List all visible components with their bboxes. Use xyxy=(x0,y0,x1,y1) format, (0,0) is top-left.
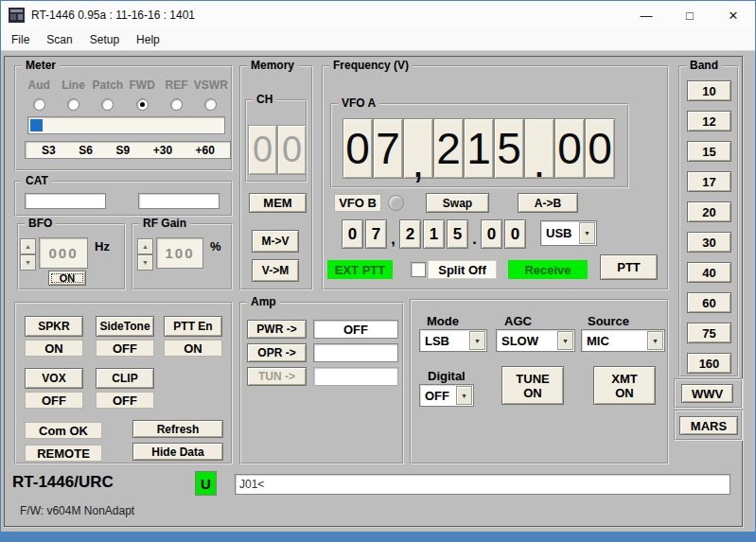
ptt-en-state: ON xyxy=(164,340,222,357)
menu-scan[interactable]: Scan xyxy=(38,30,80,49)
minimize-icon[interactable]: — xyxy=(624,1,668,29)
bfo-down-arrow-icon[interactable] xyxy=(20,254,36,271)
signal-meter-fill xyxy=(30,119,43,131)
terminal-input[interactable] xyxy=(235,474,730,495)
window-bottom-border xyxy=(1,532,755,541)
rf-gain-up-arrow-icon[interactable] xyxy=(137,238,153,254)
vfo-b-digit[interactable]: 0 xyxy=(342,219,363,249)
vfo-a-digit[interactable]: 1 xyxy=(464,118,494,179)
amp-pwr-button[interactable]: PWR -> xyxy=(247,320,307,339)
vswr-radio[interactable] xyxy=(204,98,217,111)
source-select[interactable]: MIC xyxy=(581,329,665,352)
band-40-button[interactable]: 40 xyxy=(687,262,731,283)
band-17-button[interactable]: 17 xyxy=(687,171,731,192)
vfo-a-digit[interactable]: 0 xyxy=(554,118,585,179)
hide-data-button[interactable]: Hide Data xyxy=(132,443,223,461)
memory-title: Memory xyxy=(247,59,298,72)
bfo-up-arrow-icon[interactable] xyxy=(20,238,36,254)
amp-opr-status xyxy=(313,343,398,362)
radio-name: RT-1446/URC xyxy=(12,473,114,492)
menu-help[interactable]: Help xyxy=(128,30,168,49)
patch-radio[interactable] xyxy=(101,98,114,111)
aud-radio[interactable] xyxy=(33,98,45,111)
menu-file[interactable]: File xyxy=(3,30,38,49)
band-30-button[interactable]: 30 xyxy=(687,232,731,253)
meter-option-patch: Patch xyxy=(91,79,125,111)
meter-option-aud: Aud xyxy=(22,79,56,111)
cat-field-1[interactable] xyxy=(25,193,106,209)
vfo-a-digit[interactable]: 5 xyxy=(494,118,524,179)
vox-button[interactable]: VOX xyxy=(25,368,83,389)
split-status: Split Off xyxy=(428,260,497,279)
window-title: RT-1446 0.95a : 11-16-16 : 1401 xyxy=(31,9,195,22)
vfo-b-digit[interactable]: 7 xyxy=(365,219,387,249)
signal-meter-scale: S3 S6 S9 +30 +60 xyxy=(25,141,231,159)
amp-group: Amp PWR -> OFF OPR -> TUN -> xyxy=(239,302,404,464)
digital-label: Digital xyxy=(428,369,466,383)
cat-field-2[interactable] xyxy=(138,193,220,209)
mem-button[interactable]: MEM xyxy=(249,193,307,213)
band-12-button[interactable]: 12 xyxy=(687,111,731,131)
split-checkbox[interactable] xyxy=(411,262,426,277)
line-radio[interactable] xyxy=(67,98,79,111)
sidetone-button[interactable]: SideTone xyxy=(96,316,154,337)
maximize-icon[interactable]: □ xyxy=(668,1,712,29)
refresh-button[interactable]: Refresh xyxy=(132,420,223,438)
vfo-a-digit[interactable]: 0 xyxy=(343,118,373,179)
chevron-down-icon[interactable] xyxy=(469,331,485,350)
vfo-b-mode-value: USB xyxy=(541,221,578,245)
wwv-button[interactable]: WWV xyxy=(681,384,733,403)
digital-select[interactable]: OFF xyxy=(419,384,474,407)
mode-label: Mode xyxy=(427,314,459,328)
vfo-b-digit[interactable]: 2 xyxy=(399,219,421,249)
swap-button[interactable]: Swap xyxy=(426,193,489,213)
band-160-button[interactable]: 160 xyxy=(687,353,731,374)
band-75-button[interactable]: 75 xyxy=(687,323,731,343)
clip-button[interactable]: CLIP xyxy=(96,368,154,389)
vfo-b-display: 0 7 , 2 1 5 . 0 0 xyxy=(342,219,528,249)
rf-gain-down-arrow-icon[interactable] xyxy=(137,254,153,271)
mode-select[interactable]: LSB xyxy=(419,329,487,352)
fwd-radio[interactable] xyxy=(136,98,149,111)
mars-button[interactable]: MARS xyxy=(679,416,738,435)
chevron-down-icon[interactable] xyxy=(579,222,595,244)
meter-option-vswr: VSWR xyxy=(194,79,228,111)
chevron-down-icon[interactable] xyxy=(456,386,472,405)
vfo-a-digit[interactable]: 2 xyxy=(433,118,464,179)
source-value: MIC xyxy=(582,330,646,351)
close-icon[interactable]: ✕ xyxy=(712,1,755,29)
band-20-button[interactable]: 20 xyxy=(687,201,731,222)
vfo-b-digit[interactable]: 0 xyxy=(481,219,502,249)
a-to-b-button[interactable]: A->B xyxy=(518,193,578,213)
bfo-on-button[interactable]: ON xyxy=(48,271,86,286)
band-10-button[interactable]: 10 xyxy=(687,80,731,101)
ptt-en-button[interactable]: PTT En xyxy=(164,316,222,337)
vfo-b-digit[interactable]: 5 xyxy=(447,219,468,249)
chevron-down-icon[interactable] xyxy=(647,331,663,350)
xmt-on-button[interactable]: XMT ON xyxy=(593,366,656,405)
vfo-b-digit[interactable]: 0 xyxy=(504,219,526,249)
spkr-button[interactable]: SPKR xyxy=(25,316,83,337)
mem-to-vfo-button[interactable]: M->V xyxy=(252,230,299,253)
chevron-down-icon[interactable] xyxy=(557,331,573,350)
band-title: Band xyxy=(686,59,722,72)
tune-on-button[interactable]: TUNE ON xyxy=(501,366,564,405)
amp-tun-button[interactable]: TUN -> xyxy=(247,367,307,386)
vfo-a-display: 0 7 , 2 1 5 . 0 0 xyxy=(343,118,615,179)
usb-indicator: U xyxy=(195,471,217,496)
vfo-b-digit[interactable]: 1 xyxy=(423,219,445,249)
vfo-a-digit[interactable]: 7 xyxy=(373,118,403,179)
band-60-button[interactable]: 60 xyxy=(687,292,731,313)
ptt-button[interactable]: PTT xyxy=(600,254,658,280)
mars-group: MARS xyxy=(674,410,743,441)
vfo-a-digit[interactable]: 0 xyxy=(585,118,615,179)
agc-select[interactable]: SLOW xyxy=(496,329,575,352)
ref-radio[interactable] xyxy=(170,98,183,111)
band-15-button[interactable]: 15 xyxy=(687,141,731,162)
amp-opr-button[interactable]: OPR -> xyxy=(247,343,307,362)
vfo-b-mode-select[interactable]: USB xyxy=(540,220,597,246)
window-controls: — □ ✕ xyxy=(624,1,755,29)
band-group: Band 10 12 15 17 20 30 40 60 75 160 xyxy=(678,65,739,377)
menu-setup[interactable]: Setup xyxy=(81,30,128,49)
vfo-to-mem-button[interactable]: V->M xyxy=(252,259,299,282)
